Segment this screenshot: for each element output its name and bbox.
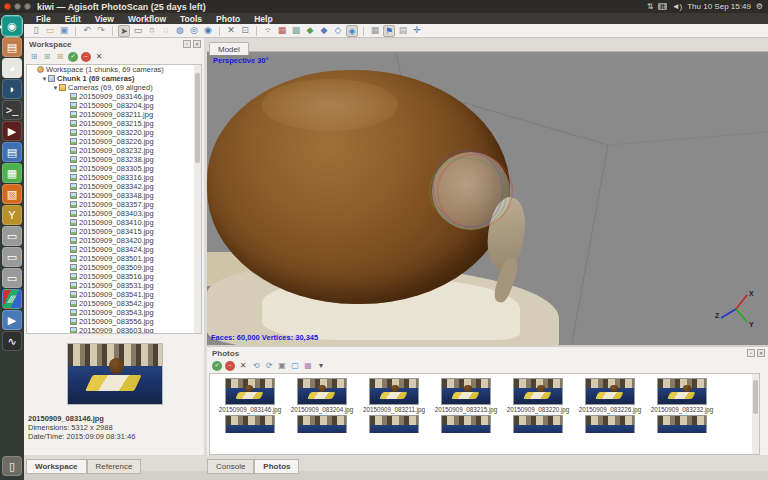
- disable-item-icon[interactable]: −: [81, 52, 91, 62]
- photo-thumbnail-image[interactable]: [297, 378, 347, 405]
- clock[interactable]: Thu 10 Sep 15:49: [687, 2, 751, 11]
- photos-scrollbar[interactable]: [752, 374, 759, 454]
- expand-arrow-icon[interactable]: ▼: [52, 85, 59, 91]
- view-photo-icon[interactable]: ▢: [290, 361, 300, 371]
- photo-thumbnail-cell[interactable]: 20150909_083146.jpg: [214, 374, 286, 413]
- tab-console[interactable]: Console: [207, 459, 254, 474]
- add-chunk-icon[interactable]: ⊞: [29, 52, 39, 62]
- photo-thumbnail-cell[interactable]: [358, 415, 430, 433]
- solid-view-icon[interactable]: ◆: [318, 25, 330, 37]
- trash-icon[interactable]: ▯: [2, 456, 22, 476]
- photo-thumbnail-image[interactable]: [441, 415, 491, 433]
- rectangle-selection-icon[interactable]: ▭: [132, 25, 144, 37]
- tree-item-camera[interactable]: 20150909_083348.jpg: [27, 191, 201, 200]
- tree-item-camera[interactable]: 20150909_083516.jpg: [27, 272, 201, 281]
- resize-region-icon[interactable]: ⊡: [239, 25, 251, 37]
- keyboard-layout-indicator[interactable]: It: [658, 3, 666, 10]
- freeform-selection-icon[interactable]: ◌: [160, 25, 172, 37]
- session-gear-icon[interactable]: ⚙: [756, 2, 763, 11]
- workspace-close-icon[interactable]: ✕: [193, 40, 201, 48]
- tree-item-camera[interactable]: 20150909_083509.jpg: [27, 263, 201, 272]
- window-maximize-button[interactable]: [24, 3, 31, 10]
- textured-view-icon[interactable]: ◈: [346, 25, 358, 37]
- photo-thumbnail-cell[interactable]: [646, 415, 718, 433]
- tree-item-camera[interactable]: 20150909_083211.jpg: [27, 110, 201, 119]
- tree-item-camera[interactable]: 20150909_083415.jpg: [27, 227, 201, 236]
- workspace-tree-scrollbar[interactable]: [194, 65, 201, 333]
- disable-photo-icon[interactable]: −: [225, 361, 235, 371]
- menu-edit[interactable]: Edit: [65, 14, 81, 24]
- menu-help[interactable]: Help: [254, 14, 272, 24]
- photo-thumbnail-image[interactable]: [441, 378, 491, 405]
- disk-utility-1-icon[interactable]: ▭: [2, 226, 22, 246]
- tree-item-camera[interactable]: 20150909_083556.jpg: [27, 317, 201, 326]
- photo-thumbnail-cell[interactable]: 20150909_083215.jpg: [430, 374, 502, 413]
- libreoffice-impress-icon[interactable]: ▧: [2, 184, 22, 204]
- reset-view-icon[interactable]: ▤: [397, 25, 409, 37]
- circle-selection-icon[interactable]: ○: [146, 25, 158, 37]
- enable-item-icon[interactable]: ✓: [68, 52, 78, 62]
- select-tool-icon[interactable]: ➤: [118, 25, 130, 37]
- tree-item-camera[interactable]: 20150909_083305.jpg: [27, 164, 201, 173]
- tree-item-camera[interactable]: 20150909_083543.jpg: [27, 308, 201, 317]
- undo-icon[interactable]: ↶: [81, 25, 93, 37]
- firefox-icon[interactable]: ◗: [2, 79, 22, 99]
- add-photos-icon[interactable]: ⊞: [42, 52, 52, 62]
- libreoffice-writer-icon[interactable]: ▤: [2, 142, 22, 162]
- tree-item-camera[interactable]: 20150909_083215.jpg: [27, 119, 201, 128]
- tree-item-camera[interactable]: 20150909_083424.jpg: [27, 245, 201, 254]
- chrome-icon[interactable]: ◕: [2, 58, 22, 78]
- tree-item-camera[interactable]: 20150909_083204.jpg: [27, 101, 201, 110]
- terminal-icon[interactable]: >_: [2, 100, 22, 120]
- rotate-object-icon[interactable]: ◍: [174, 25, 186, 37]
- menu-view[interactable]: View: [95, 14, 114, 24]
- photo-thumbnail-cell[interactable]: 20150909_083232.jpg: [646, 374, 718, 413]
- tab-reference[interactable]: Reference: [87, 459, 142, 474]
- photo-thumbnail-cell[interactable]: [214, 415, 286, 433]
- menu-tools[interactable]: Tools: [180, 14, 202, 24]
- tree-item-camera[interactable]: 20150909_083501.jpg: [27, 254, 201, 263]
- tree-item-camera[interactable]: 20150909_083403.jpg: [27, 209, 201, 218]
- network-icon[interactable]: ⇅: [647, 2, 654, 11]
- open-project-icon[interactable]: ▭: [44, 25, 56, 37]
- disk-utility-2-icon[interactable]: ▭: [2, 247, 22, 267]
- wine-app-icon[interactable]: Y: [2, 205, 22, 225]
- photoscan-icon[interactable]: ◉: [2, 16, 22, 36]
- mesh-view-icon[interactable]: ▩: [290, 25, 302, 37]
- tab-workspace[interactable]: Workspace: [26, 459, 87, 474]
- libreoffice-calc-icon[interactable]: ▦: [2, 163, 22, 183]
- video-player-icon[interactable]: ▶: [2, 310, 22, 330]
- show-markers-flag-icon[interactable]: ⚑: [383, 25, 395, 37]
- menu-file[interactable]: File: [36, 14, 51, 24]
- model-viewport[interactable]: Perspective 30° Faces: 60,000 Vertices: …: [207, 52, 768, 345]
- stripes-app-icon[interactable]: ∕∕∕: [2, 289, 22, 309]
- scale-object-icon[interactable]: ◉: [202, 25, 214, 37]
- workspace-float-icon[interactable]: ▫: [183, 40, 191, 48]
- photo-thumbnail-cell[interactable]: 20150909_083226.jpg: [574, 374, 646, 413]
- add-folder-icon[interactable]: ⊞: [55, 52, 65, 62]
- tree-item-camera[interactable]: 20150909_083238.jpg: [27, 155, 201, 164]
- photo-thumbnail-cell[interactable]: [286, 415, 358, 433]
- photo-preview-image[interactable]: [67, 343, 163, 405]
- tree-item-camera[interactable]: 20150909_083232.jpg: [27, 146, 201, 155]
- menu-photo[interactable]: Photo: [216, 14, 240, 24]
- tree-item-camera[interactable]: 20150909_083146.jpg: [27, 92, 201, 101]
- point-cloud-view-icon[interactable]: ⁘: [262, 25, 274, 37]
- tree-item-camera[interactable]: 20150909_083220.jpg: [27, 128, 201, 137]
- view-mode-dropdown-icon[interactable]: ▾: [316, 361, 326, 371]
- photo-thumbnail-image[interactable]: [513, 378, 563, 405]
- photo-thumbnail-image[interactable]: [369, 415, 419, 433]
- tree-item-camera[interactable]: 20150909_083316.jpg: [27, 173, 201, 182]
- file-manager-icon[interactable]: ▤: [2, 37, 22, 57]
- photo-thumbnail-image[interactable]: [297, 415, 347, 433]
- photo-thumbnail-image[interactable]: [657, 378, 707, 405]
- tree-item-camera[interactable]: 20150909_083420.jpg: [27, 236, 201, 245]
- system-monitor-icon[interactable]: ∿: [2, 331, 22, 351]
- photo-thumbnail-image[interactable]: [585, 378, 635, 405]
- tree-item-camera[interactable]: 20150909_083226.jpg: [27, 137, 201, 146]
- remove-item-icon[interactable]: ✕: [94, 52, 104, 62]
- tab-photos[interactable]: Photos: [254, 459, 299, 474]
- redo-icon[interactable]: ↷: [95, 25, 107, 37]
- disk-utility-3-icon[interactable]: ▭: [2, 268, 22, 288]
- remove-photo-icon[interactable]: ✕: [238, 361, 248, 371]
